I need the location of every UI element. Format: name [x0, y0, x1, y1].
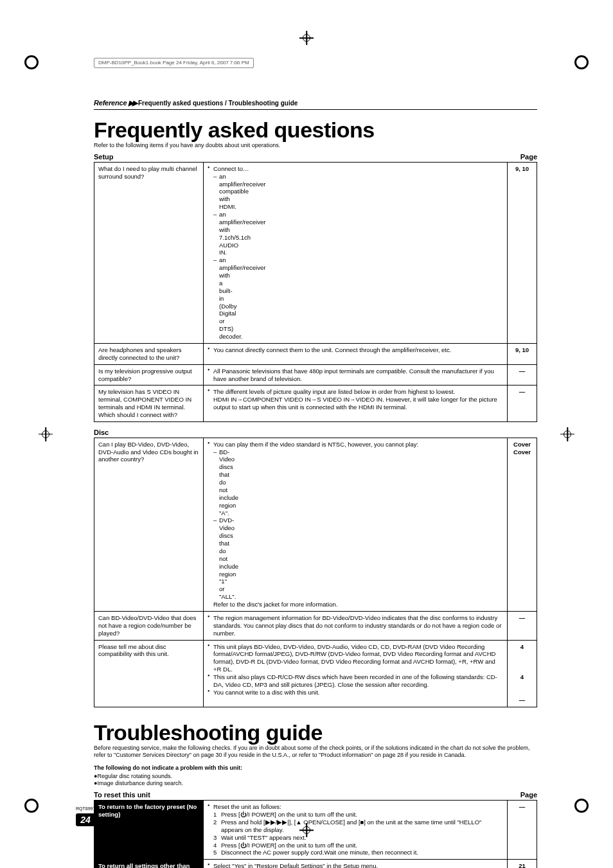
section-label: Disc — [94, 429, 109, 438]
table-row: Are headphones and speakers directly con… — [94, 343, 537, 364]
reg-ring-top-left — [24, 55, 39, 69]
answer-sub: BD-Video discs that do not include regio… — [213, 448, 219, 517]
trouble-warn-item: ●Image disturbance during search. — [94, 780, 537, 787]
faq-table-disc: Can I play BD-Video, DVD-Video, DVD-Audi… — [94, 438, 537, 708]
step: Press [⏻/I POWER] on the unit to turn of… — [221, 811, 357, 818]
answer-item: You cannot write to a disc with this uni… — [208, 689, 503, 696]
faq-table-setup: What do I need to play multi channel sur… — [94, 162, 537, 422]
faq-question: Can BD-Video/DVD-Video that does not hav… — [94, 611, 204, 640]
reference-subtitle: Frequently asked questions / Troubleshoo… — [138, 100, 298, 107]
table-row: Please tell me about disc compatibility … — [94, 640, 537, 707]
table-row: What do I need to play multi channel sur… — [94, 162, 537, 343]
faq-page: 9, 10 — [508, 162, 537, 343]
trouble-question: To return all settings other than the ra… — [94, 860, 204, 868]
faq-question: What do I need to play multi channel sur… — [94, 162, 204, 343]
answer-lead: Connect to… — [208, 165, 503, 173]
faq-answer: All Panasonic televisions that have 480p… — [204, 364, 508, 385]
page-badge: RQT8997 24 — [76, 806, 108, 826]
section-head-reset: To reset this unit Page — [94, 791, 537, 800]
trouble-question: To return to the factory preset (No sett… — [94, 801, 204, 860]
trouble-warn-head: The following do not indicate a problem … — [94, 765, 537, 772]
step: Disconnect the AC power supply cord.Wait… — [221, 849, 418, 856]
trouble-title: Troubleshooting guide — [94, 722, 537, 743]
table-row: Can I play BD-Video, DVD-Video, DVD-Audi… — [94, 438, 537, 611]
faq-answer: This unit plays BD-Video, DVD-Video, DVD… — [204, 640, 508, 707]
page-number: 24 — [76, 813, 95, 827]
book-header-row: DMP-BD10PP_Book1.book Page 24 Friday, Ap… — [94, 58, 537, 68]
trouble-page: — — [508, 801, 537, 860]
answer-line: The different levels of picture quality … — [213, 388, 455, 395]
section-head-setup: Setup Page — [94, 153, 537, 162]
reference-arrows: ▶▶ — [129, 99, 136, 107]
faq-question: My television has S VIDEO IN terminal, C… — [94, 385, 204, 422]
answer-sub: DVD-Video discs that do not include regi… — [213, 517, 219, 601]
step: Press [⏻/I POWER] on the unit to turn of… — [221, 842, 357, 849]
faq-answer: Connect to… an amplifier/receiver compat… — [204, 162, 508, 343]
faq-page: 4 4 — — [508, 640, 537, 707]
faq-question: Is my television progressive output comp… — [94, 364, 204, 385]
table-row: Is my television progressive output comp… — [94, 364, 537, 385]
faq-intro: Refer to the following items if you have… — [94, 142, 537, 149]
answer-sub: an amplifier/receiver with 7.1ch/5.1ch A… — [213, 211, 219, 256]
table-row: To return all settings other than the ra… — [94, 860, 537, 868]
faq-question: Are headphones and speakers directly con… — [94, 343, 204, 364]
faq-page: — — [508, 385, 537, 422]
faq-answer: You cannot directly connect them to the … — [204, 343, 508, 364]
step: Wait until "TEST" appears next. — [221, 834, 306, 841]
trouble-page: 21 — [508, 860, 537, 868]
section-label: Setup — [94, 153, 114, 162]
faq-answer: You can play them if the video standard … — [204, 438, 508, 611]
page-header-label: Page — [520, 791, 537, 800]
reg-cross-top — [301, 32, 312, 44]
answer-item: This unit also plays CD-R/CD-RW discs wh… — [208, 673, 503, 689]
reg-ring-bottom-right — [574, 799, 589, 813]
answer-sub: an amplifier/receiver with a built-in (D… — [213, 256, 219, 341]
answer-tail: Refer to the disc's jacket for more info… — [208, 601, 503, 608]
reg-ring-bottom-left — [24, 799, 39, 813]
reg-cross-left — [40, 429, 51, 440]
book-header: DMP-BD10PP_Book1.book Page 24 Friday, Ap… — [94, 58, 254, 68]
answer-item: This unit plays BD-Video, DVD-Video, DVD… — [208, 643, 503, 674]
answer-lead: Reset the unit as follows: — [208, 803, 503, 811]
reg-cross-right — [562, 429, 573, 440]
trouble-intro: Before requesting service, make the foll… — [94, 745, 537, 759]
table-row: Can BD-Video/DVD-Video that does not hav… — [94, 611, 537, 640]
answer-lead: You can play them if the video standard … — [208, 441, 503, 448]
faq-question: Please tell me about disc compatibility … — [94, 640, 204, 707]
answer-sub: an amplifier/receiver compatible with HD… — [213, 173, 219, 211]
answer-line: HDMI IN→COMPONENT VIDEO IN→S VIDEO IN→VI… — [213, 396, 497, 411]
reference-label: Reference — [94, 99, 127, 107]
reg-ring-top-right — [574, 55, 589, 69]
faq-answer: The different levels of picture quality … — [204, 385, 508, 422]
faq-question: Can I play BD-Video, DVD-Video, DVD-Audi… — [94, 438, 204, 611]
answer-line: Select "Yes" in "Restore Default Setting… — [213, 862, 378, 868]
reference-bar: Reference ▶▶ Frequently asked questions … — [94, 99, 537, 110]
trouble-warn-item: ●Regular disc rotating sounds. — [94, 773, 537, 780]
table-row: My television has S VIDEO IN terminal, C… — [94, 385, 537, 422]
trouble-table-reset: To return to the factory preset (No sett… — [94, 800, 537, 868]
faq-page: — — [508, 364, 537, 385]
table-row: To return to the factory preset (No sett… — [94, 801, 537, 860]
rqt-code: RQT8997 — [76, 806, 108, 812]
faq-answer: The region management information for BD… — [204, 611, 508, 640]
trouble-answer: Reset the unit as follows: 1Press [⏻/I P… — [204, 801, 508, 860]
faq-page: — — [508, 611, 537, 640]
trouble-answer: Select "Yes" in "Restore Default Setting… — [204, 860, 508, 868]
page-content: DMP-BD10PP_Book1.book Page 24 Friday, Ap… — [94, 58, 537, 868]
faq-page: 9, 10 — [508, 343, 537, 364]
faq-page: Cover Cover — [508, 438, 537, 611]
section-head-disc: Disc — [94, 429, 537, 438]
page-header-label: Page — [520, 153, 537, 162]
section-label: To reset this unit — [94, 791, 150, 800]
step: Press and hold [▶▶/▶▶|], [▲ OPEN/CLOSE] … — [221, 819, 481, 833]
faq-title: Frequently asked questions — [94, 119, 537, 141]
